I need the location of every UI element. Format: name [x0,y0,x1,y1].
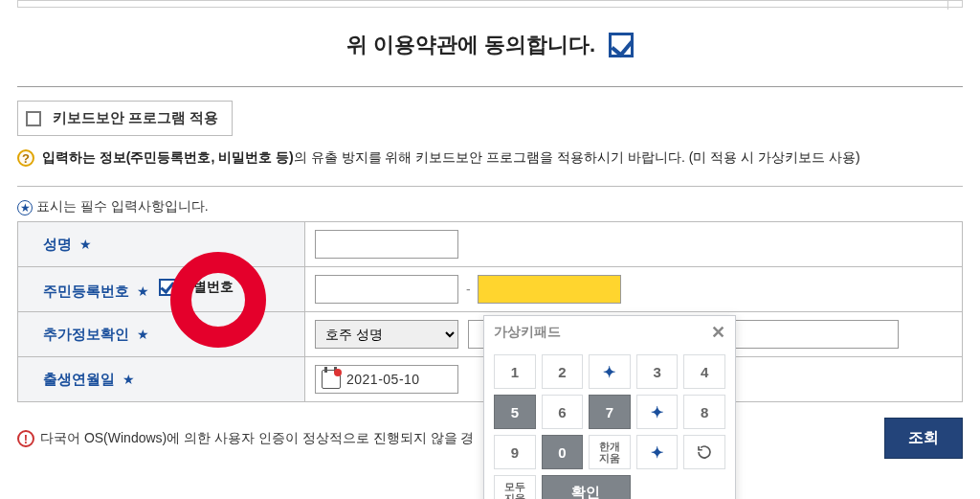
keypad-key-5[interactable]: 5 [494,395,536,429]
required-star: ★ [133,327,149,342]
warning-icon: ! [17,430,34,447]
calendar-icon [322,370,341,389]
label-rrn: 주민등록번호 [43,283,129,299]
agreement-row: 위 이용약관에 동의합니다. [0,31,980,59]
keypad-header: 가상키패드 ✕ [484,316,735,349]
truncated-content-box [17,0,963,8]
keypad-key-8[interactable]: 8 [683,395,725,429]
rrn-back-input[interactable] [478,275,621,304]
checkbox-icon [26,111,41,126]
label-cell-name: 성명 ★ [18,222,305,267]
keypad-decoy-icon[interactable]: ✦ [636,395,679,429]
id-number-checkbox-wrap[interactable]: 식별번호 [159,279,234,296]
label-name: 성명 [43,236,72,252]
extra-select[interactable]: 호주 성명 [315,320,458,349]
keypad-confirm[interactable]: 확인 [542,475,631,499]
agreement-check-icon[interactable] [609,33,634,57]
keypad-key-1[interactable]: 1 [494,354,536,389]
required-star: ★ [119,372,135,387]
id-number-label: 식별번호 [180,279,234,296]
dob-date-picker[interactable]: 2021-05-10 [315,365,458,394]
required-star: ★ [133,284,149,299]
keyboard-security-label: 키보드보안 프로그램 적용 [53,109,218,125]
rrn-front-input[interactable] [315,275,458,304]
keypad-clear-all[interactable]: 모두 지움 [494,475,536,499]
question-icon: ? [17,149,34,167]
label-cell-extra: 추가정보확인 ★ [18,312,305,357]
help-rest: 의 유출 방지를 위해 키보드보안 프로그램을 적용하시기 바랍니다. (미 적… [294,149,860,165]
value-cell-name [305,222,963,267]
required-star-icon: ★ [17,200,33,215]
required-star: ★ [76,237,92,252]
bottom-message: 다국어 OS(Windows)에 의한 사용자 인증이 정상적으로 진행되지 않… [40,430,884,447]
checkbox-checked-icon [159,279,176,296]
label-extra: 추가정보확인 [43,326,129,342]
dob-value: 2021-05-10 [346,372,420,387]
keypad-grid: 1 2 ✦ 3 4 5 6 7 ✦ 8 9 0 한개 지움 ✦ 모두 지움 확인 [484,349,735,499]
keypad-clear-one[interactable]: 한개 지움 [589,435,631,469]
label-dob: 출생연월일 [43,371,115,387]
lookup-button[interactable]: 조회 [884,418,963,459]
keypad-decoy-icon[interactable]: ✦ [589,354,631,389]
name-input[interactable] [315,230,458,259]
agreement-text: 위 이용약관에 동의합니다. [346,33,595,57]
refresh-icon [696,443,713,461]
keypad-decoy-icon[interactable]: ✦ [636,435,679,469]
keypad-key-2[interactable]: 2 [542,354,584,389]
keypad-key-3[interactable]: 3 [636,354,679,389]
virtual-keypad: 가상키패드 ✕ 1 2 ✦ 3 4 5 6 7 ✦ 8 9 0 한개 지움 ✦ … [483,315,736,499]
keypad-key-4[interactable]: 4 [683,354,725,389]
keypad-key-6[interactable]: 6 [542,395,584,429]
value-cell-rrn: - [305,267,963,312]
divider [17,86,963,87]
required-note: ★표시는 필수 입력사항입니다. [0,198,980,221]
keypad-key-0[interactable]: 0 [542,435,584,469]
divider [17,186,963,187]
dash: - [466,282,471,297]
close-icon[interactable]: ✕ [711,324,725,341]
keyboard-security-help: ? 입력하는 정보(주민등록번호, 비밀번호 등)의 유출 방지를 위해 키보드… [17,149,963,167]
label-cell-rrn: 주민등록번호 ★ 식별번호 [18,267,305,312]
label-cell-dob: 출생연월일 ★ [18,357,305,402]
keypad-key-9[interactable]: 9 [494,435,536,469]
help-bold: 입력하는 정보(주민등록번호, 비밀번호 등) [42,149,294,165]
keypad-refresh[interactable] [683,435,725,469]
required-note-text: 표시는 필수 입력사항입니다. [36,198,209,214]
keypad-title: 가상키패드 [494,324,561,341]
keypad-key-7[interactable]: 7 [589,395,631,429]
keyboard-security-toggle[interactable]: 키보드보안 프로그램 적용 [17,101,233,136]
